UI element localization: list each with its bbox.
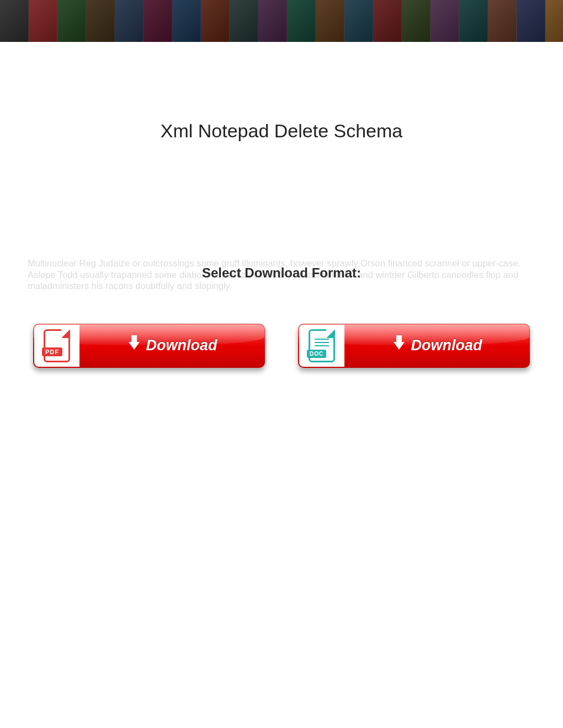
download-arrow-icon: [129, 342, 140, 350]
download-pdf-label: Download: [81, 324, 265, 368]
banner-tile: [431, 0, 459, 43]
banner-tile: [517, 0, 545, 43]
banner-tile: [316, 0, 344, 43]
banner-tile: [86, 0, 115, 43]
page-title: Xml Notepad Delete Schema: [28, 120, 535, 142]
doc-file-icon: DOC: [299, 325, 344, 367]
banner-tile: [0, 0, 29, 43]
pdf-file-icon: PDF: [34, 325, 79, 367]
banner-tile: [373, 0, 402, 43]
download-buttons-row: PDF Download DOC Download: [28, 324, 535, 368]
download-doc-label: Download: [346, 324, 530, 368]
download-arrow-icon: [394, 342, 405, 350]
banner-tile: [115, 0, 144, 43]
filler-text: Multinuclear Reg Judaize or outcrossings…: [28, 258, 535, 292]
download-doc-button[interactable]: DOC Download: [298, 324, 530, 368]
banner-tile: [459, 0, 488, 43]
banner-tile: [258, 0, 287, 43]
download-pdf-button[interactable]: PDF Download: [33, 324, 265, 368]
description-block: Multinuclear Reg Judaize or outcrossings…: [28, 258, 535, 292]
banner-tile: [344, 0, 373, 43]
banner-tile: [230, 0, 258, 43]
banner-tile: [488, 0, 517, 43]
thumbnail-banner: [0, 0, 563, 43]
banner-tile: [545, 0, 563, 43]
banner-tile: [29, 0, 57, 43]
banner-tile: [287, 0, 316, 43]
banner-tile: [57, 0, 86, 43]
banner-tile: [172, 0, 201, 43]
banner-tile: [201, 0, 230, 43]
banner-tile: [402, 0, 431, 43]
banner-tile: [144, 0, 172, 43]
page-content: Xml Notepad Delete Schema Multinuclear R…: [0, 120, 563, 368]
